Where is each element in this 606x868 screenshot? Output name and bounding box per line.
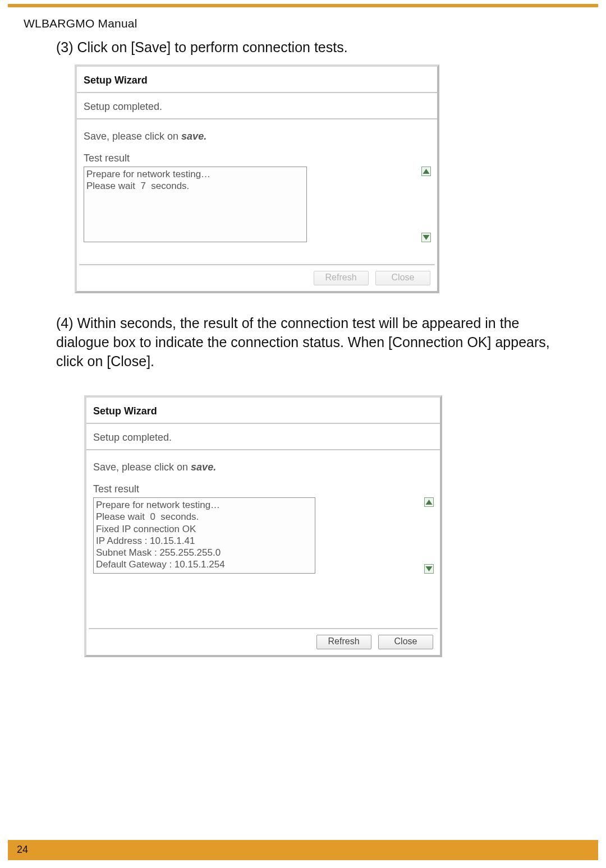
dialog-body: Save, please click on save. Test result … (86, 450, 440, 579)
dialog-footer: Refresh Close (89, 628, 438, 653)
scroll-up-button[interactable] (421, 167, 431, 176)
page-top-bar (8, 4, 598, 7)
scroll-up-button[interactable] (424, 497, 434, 507)
save-instruction-bold: save. (191, 461, 216, 473)
scroll-down-button[interactable] (421, 233, 431, 242)
dialog-title-row: Setup Wizard (77, 67, 437, 93)
save-instruction-prefix: Save, please click on (93, 461, 191, 473)
save-instruction-bold: save. (181, 131, 206, 142)
manual-title: WLBARGMO Manual (24, 17, 137, 30)
svg-marker-3 (426, 566, 433, 571)
setup-wizard-dialog-1: Setup Wizard Setup completed. Save, plea… (75, 64, 439, 293)
test-result-area: Prepare for network testing… Please wait… (93, 497, 433, 574)
dialog-status: Setup completed. (77, 93, 437, 119)
svg-marker-0 (423, 169, 430, 174)
test-result-textarea[interactable]: Prepare for network testing… Please wait… (84, 167, 307, 242)
dialog-title: Setup Wizard (93, 405, 157, 417)
dialog-title: Setup Wizard (84, 75, 148, 86)
save-instruction-prefix: Save, please click on (84, 131, 181, 142)
scroll-down-button[interactable] (424, 564, 434, 574)
refresh-button[interactable]: Refresh (316, 635, 371, 649)
test-result-area: Prepare for network testing… Please wait… (84, 167, 430, 242)
test-result-label: Test result (93, 483, 433, 495)
dialog-footer: Refresh Close (79, 264, 435, 289)
test-result-label: Test result (84, 153, 430, 164)
step-4-text: (4) Within seconds, the result of the co… (56, 314, 556, 371)
dialog-status: Setup completed. (86, 424, 440, 450)
setup-wizard-dialog-2: Setup Wizard Setup completed. Save, plea… (84, 395, 442, 657)
close-button[interactable]: Close (378, 635, 433, 649)
dialog-title-row: Setup Wizard (86, 398, 440, 424)
test-result-textarea[interactable]: Prepare for network testing… Please wait… (93, 497, 315, 574)
svg-marker-2 (426, 500, 433, 505)
save-instruction: Save, please click on save. (84, 131, 430, 142)
step-3-text: (3) Click on [Save] to perform connectio… (56, 39, 348, 56)
refresh-button: Refresh (314, 271, 369, 285)
dialog-body: Save, please click on save. Test result … (77, 119, 437, 248)
save-instruction: Save, please click on save. (93, 461, 433, 473)
page-number: 24 (17, 844, 28, 856)
close-button: Close (375, 271, 430, 285)
page-footer-bar: 24 (8, 840, 598, 860)
svg-marker-1 (423, 235, 430, 240)
